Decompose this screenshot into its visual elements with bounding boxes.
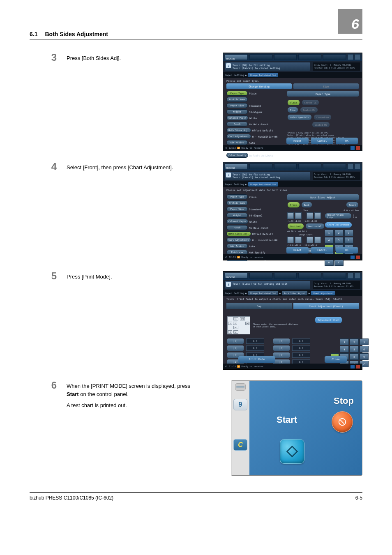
weight-chip[interactable]: Weight xyxy=(226,109,248,114)
footer-right: 6-5 xyxy=(355,495,362,501)
tab-joblist[interactable] xyxy=(249,54,272,60)
coated-go-button[interactable]: Coated-GO xyxy=(314,115,331,120)
ok-button[interactable]: OK xyxy=(336,247,358,253)
tab-size[interactable]: Size xyxy=(293,83,359,89)
reset-small-button[interactable]: Reset xyxy=(346,202,358,207)
tab-recall[interactable] xyxy=(274,54,297,60)
step-text-2: A test chart is printed out. xyxy=(67,401,198,410)
field-5[interactable]: [5] xyxy=(273,339,290,344)
colored-chip[interactable]: Colored Paper xyxy=(226,115,248,120)
status-panel: Orig. Count 0 Memory 99.998% Reserve Job… xyxy=(313,281,360,289)
step-3: 3 Press [Both Sides Adj]. MACHINE i Touc… xyxy=(30,53,362,151)
info-banner: i Touch [OK] to fix settingTouch [Cancel… xyxy=(225,172,310,180)
section-number: 6.1 xyxy=(30,31,37,37)
help-icon[interactable] xyxy=(355,54,360,60)
reset-button[interactable]: Reset xyxy=(286,138,309,144)
tab-copy[interactable] xyxy=(298,54,321,60)
step-number: 3 xyxy=(30,53,67,151)
step-text: Select [Front], then press [Chart Adjust… xyxy=(67,164,198,172)
reset-button[interactable]: Reset xyxy=(286,247,309,253)
stop-button[interactable] xyxy=(332,411,353,433)
field-6[interactable]: [6] xyxy=(273,345,290,351)
cancel-button[interactable]: Cancel xyxy=(311,247,333,253)
coated-mo-button[interactable]: Coated-MO xyxy=(312,122,330,127)
help-icon[interactable] xyxy=(355,164,360,169)
back-button[interactable]: Back xyxy=(302,202,312,207)
tab-machine[interactable]: MACHINE xyxy=(225,273,248,279)
stop-icon xyxy=(338,417,347,426)
registration-button[interactable]: Registration Loop xyxy=(325,213,351,219)
field-1[interactable]: [1] xyxy=(227,339,244,344)
section-header: 6.1 Both Sides Adjustment xyxy=(30,31,362,39)
step-text: Press [Both Sides Adj]. xyxy=(67,54,198,62)
print-mode-button[interactable]: Print Mode xyxy=(238,356,275,363)
tab-change-setting[interactable]: Change Setting xyxy=(226,83,292,89)
step-6: 6 When the [PRINT MODE] screen is displa… xyxy=(30,380,362,476)
panel-title: Both Sides Adjust xyxy=(287,194,359,200)
plain-button[interactable]: Plain xyxy=(288,100,300,105)
chart-adjustment-button[interactable]: Chart Adjustment xyxy=(325,222,352,228)
status-panel: Orig. Count 0 Memory 99.998% Reserve Job… xyxy=(313,62,360,71)
info-icon: i xyxy=(226,173,231,177)
card-slot-icon xyxy=(235,383,246,391)
curl-chip[interactable]: Curl Adjustment xyxy=(226,134,251,139)
status-panel: Orig. Count 0 Memory 99.998% Reserve Job… xyxy=(313,172,360,180)
coated-gl-button[interactable]: Coated-GL xyxy=(302,100,319,105)
gear-icon[interactable] xyxy=(348,164,353,169)
cancel-button[interactable]: Cancel xyxy=(311,138,333,144)
screenshot-chart-adjustment: MACHINE i Touch [Close] to fix setting a… xyxy=(223,271,362,370)
keypad: 123 456 Next789 .0C xyxy=(331,339,369,367)
footer-left: bizhub PRESS C1100/C1085 (IC-602) xyxy=(30,495,113,501)
nav-change-button[interactable]: Change Individual Set xyxy=(248,182,278,187)
key-c[interactable]: C xyxy=(233,439,247,451)
step-text-1: When the [PRINT MODE] screen is displaye… xyxy=(67,382,198,398)
color-density-chip[interactable]: Color Density xyxy=(226,153,248,158)
field-2[interactable]: [2] xyxy=(227,345,244,351)
vertical-button[interactable]: Vertical xyxy=(288,223,304,229)
instruction-text: Please set paper type. xyxy=(223,78,362,83)
tab-machine[interactable]: MACHINE xyxy=(225,164,248,169)
nav-change-button[interactable]: Change Individual Set xyxy=(248,73,278,77)
air-assist-chip[interactable]: Air Assist xyxy=(226,140,248,145)
paper-size-chip[interactable]: Paper Size xyxy=(226,103,248,108)
stop-label: Stop xyxy=(334,396,354,406)
info-icon: i xyxy=(226,63,231,68)
gear-icon[interactable] xyxy=(348,273,353,279)
color-specific-button[interactable]: Color Specific xyxy=(288,115,311,120)
gear-icon[interactable] xyxy=(348,54,353,60)
coated-ml-button[interactable]: Coated-ML xyxy=(300,107,318,113)
step-number: 6 xyxy=(30,380,67,476)
start-button[interactable] xyxy=(280,439,304,464)
profile-chip[interactable]: Profile Name xyxy=(226,97,248,102)
tab-machine[interactable]: MACHINE xyxy=(225,54,248,60)
ok-button[interactable]: OK xyxy=(336,138,358,144)
nav-chart-button[interactable]: Chart Adjustment xyxy=(311,291,335,295)
close-button[interactable]: Close xyxy=(325,356,347,363)
step-number: 4 xyxy=(30,162,67,260)
step-number: 5 xyxy=(30,271,67,370)
horizontal-button[interactable]: Horizontal xyxy=(306,223,324,229)
status-flag-2 xyxy=(356,146,360,150)
adjustment-start-button[interactable]: Adjustment Start xyxy=(315,317,342,323)
front-button[interactable]: Front xyxy=(288,202,300,207)
screenshot-paper-type: MACHINE i Touch [OK] to fix settingTouch… xyxy=(223,53,362,151)
step-4: 4 Select [Front], then press [Chart Adju… xyxy=(30,162,362,260)
panel-title: Paper Type xyxy=(287,91,359,97)
help-icon[interactable] xyxy=(355,273,360,279)
key-9[interactable]: 9 xyxy=(233,399,247,410)
both-sides-chip[interactable]: Both Sides Adj. xyxy=(226,231,251,236)
tab-scan[interactable] xyxy=(323,54,346,60)
punch-chip[interactable]: Punch xyxy=(226,122,248,127)
measurement-diagram: [4] [7] [1] [5] [8] [6] [3] [2] xyxy=(227,316,250,334)
page-footer: bizhub PRESS C1100/C1085 (IC-602) 6-5 xyxy=(30,492,362,501)
fine-button[interactable]: Fine xyxy=(288,107,298,113)
chapter-badge: 6 xyxy=(338,9,362,34)
both-sides-chip[interactable]: Both Sides Adj. xyxy=(226,128,251,133)
tab-chart-front[interactable]: Chart Adjustment(Front) xyxy=(293,303,359,309)
tab-gap[interactable]: Gap xyxy=(226,303,292,309)
step-5: 5 Press [Print Mode]. MACHINE i Touch [C… xyxy=(30,271,362,370)
paper-type-chip[interactable]: Paper Type xyxy=(226,91,248,96)
start-label: Start xyxy=(277,415,297,425)
step-text: Press [Print Mode]. xyxy=(67,273,198,281)
instruction-text: Touch [Print Mode] to output a chart, an… xyxy=(223,296,362,302)
